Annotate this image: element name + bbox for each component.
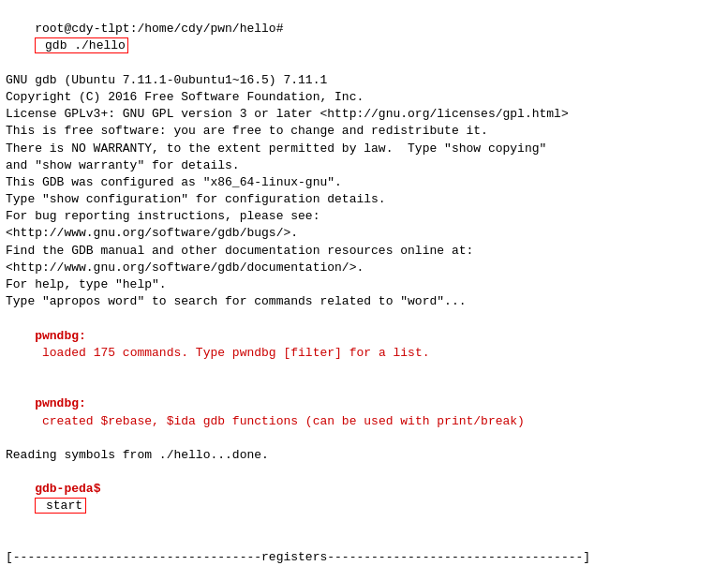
- gdb-peda-prompt: gdb-peda$: [35, 482, 100, 496]
- manual: Find the GDB manual and other documentat…: [6, 243, 722, 260]
- apropos-line: Type "apropos word" to search for comman…: [6, 293, 722, 310]
- license-line: License GPLv3+: GNU GPL version 3 or lat…: [6, 106, 722, 123]
- pwndbg-label-2: pwndbg:: [35, 396, 86, 410]
- pwndbg-text-2: created $rebase, $ida gdb functions (can…: [35, 414, 525, 428]
- command-box: gdb ./hello: [35, 37, 128, 53]
- warranty-1: This is free software: you are free to c…: [6, 123, 722, 140]
- prompt-line: root@cdy-tlpt:/home/cdy/pwn/hello# gdb .…: [6, 4, 722, 72]
- terminal-window: root@cdy-tlpt:/home/cdy/pwn/hello# gdb .…: [0, 0, 728, 566]
- copyright-line: Copyright (C) 2016 Free Software Foundat…: [6, 89, 722, 106]
- pwndbg-text-1: loaded 175 commands. Type pwndbg [filter…: [35, 346, 429, 360]
- empty-line-1: [6, 532, 722, 549]
- start-command-text: start: [38, 499, 82, 513]
- registers-divider: [----------------------------------regis…: [6, 549, 722, 566]
- bug-report: For bug reporting instructions, please s…: [6, 208, 722, 225]
- pwndbg-loaded-line: pwndbg: loaded 175 commands. Type pwndbg…: [6, 310, 722, 379]
- warranty-2: There is NO WARRANTY, to the extent perm…: [6, 141, 722, 157]
- shell-prompt: root@cdy-tlpt:/home/cdy/pwn/hello#: [35, 22, 283, 36]
- config-2: Type "show configuration" for configurat…: [6, 191, 722, 208]
- reading-line: Reading symbols from ./hello...done.: [6, 447, 722, 464]
- gdb-peda-start-line: gdb-peda$ start: [6, 464, 722, 532]
- bug-url: <http://www.gnu.org/software/gdb/bugs/>.: [6, 225, 722, 242]
- pwndbg-label-1: pwndbg:: [35, 329, 86, 343]
- command-text: gdb ./hello: [45, 38, 126, 52]
- start-command-box: start: [35, 498, 86, 514]
- gdb-version: GNU gdb (Ubuntu 7.11.1-0ubuntu1~16.5) 7.…: [6, 72, 722, 89]
- config-1: This GDB was configured as "x86_64-linux…: [6, 174, 722, 191]
- pwndbg-created-line: pwndbg: created $rebase, $ida gdb functi…: [6, 379, 722, 447]
- manual-url: <http://www.gnu.org/software/gdb/documen…: [6, 260, 722, 276]
- warranty-3: and "show warranty" for details.: [6, 157, 722, 174]
- help-line: For help, type "help".: [6, 276, 722, 293]
